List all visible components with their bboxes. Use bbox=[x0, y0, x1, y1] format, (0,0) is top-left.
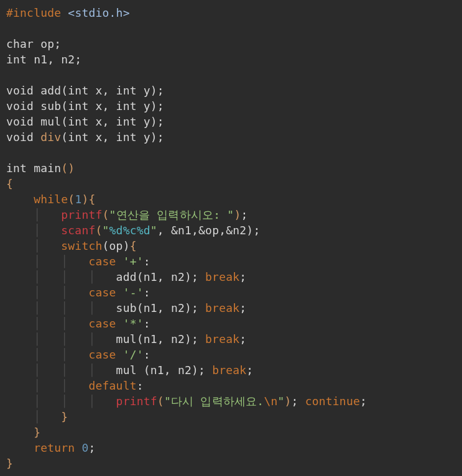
decl-int-n: int n1, n2; bbox=[6, 53, 81, 66]
scanf-q-open: " bbox=[103, 224, 109, 237]
colon-5: : bbox=[137, 379, 144, 392]
switch-arg: (op) bbox=[103, 239, 130, 252]
while-num: 1 bbox=[75, 193, 81, 206]
proto-sub: void sub(int x, int y); bbox=[6, 99, 164, 112]
colon-3: : bbox=[144, 317, 150, 330]
printf-2-nl: \n bbox=[264, 395, 277, 408]
semi-9: ; bbox=[88, 441, 95, 454]
case-plus: case bbox=[88, 255, 116, 268]
semi-4: ; bbox=[239, 301, 246, 314]
colon-1: : bbox=[144, 255, 150, 268]
scanf-fmt-c: %c bbox=[123, 224, 137, 237]
semi-5: ; bbox=[239, 332, 246, 346]
colon-4: : bbox=[144, 348, 150, 361]
while-open: ( bbox=[68, 193, 75, 206]
scanf-fmt-d2: %d bbox=[137, 224, 150, 237]
decl-char-op: char op; bbox=[6, 37, 61, 50]
printf-2-close: ) bbox=[285, 395, 292, 408]
call-add: add(n1, n2); bbox=[116, 270, 205, 283]
while-kw: while bbox=[34, 193, 68, 206]
preproc-include: #include bbox=[6, 6, 61, 19]
call-mul2: mul (n1, n2); bbox=[116, 364, 213, 377]
break-3: break bbox=[205, 332, 239, 346]
colon-2: : bbox=[144, 286, 150, 299]
while-brace-close: } bbox=[34, 426, 40, 439]
code-block: #include <stdio.h> char op; int n1, n2; … bbox=[0, 0, 462, 476]
switch-kw: switch bbox=[61, 239, 102, 252]
while-close: ) bbox=[81, 193, 88, 206]
scanf-fmt-d1: %d bbox=[109, 224, 123, 237]
return-kw: return bbox=[34, 441, 75, 454]
semi-8: ; bbox=[360, 395, 367, 408]
proto-mul: void mul(int x, int y); bbox=[6, 115, 164, 128]
case-star: case bbox=[88, 317, 116, 330]
proto-add: void add(int x, int y); bbox=[6, 84, 164, 97]
semi-2: ; bbox=[253, 224, 260, 237]
printf-1: printf bbox=[61, 208, 102, 221]
printf-1-close: ) bbox=[234, 208, 241, 221]
scanf: scanf bbox=[61, 224, 95, 237]
proto-div-name: div bbox=[40, 130, 61, 144]
switch-brace-open: { bbox=[130, 239, 137, 252]
switch-brace-close: } bbox=[61, 410, 68, 423]
break-2: break bbox=[205, 301, 239, 314]
break-4: break bbox=[212, 364, 246, 377]
scanf-open: ( bbox=[95, 224, 102, 237]
proto-div-post: (int x, int y); bbox=[61, 130, 164, 144]
call-mul: mul(n1, n2); bbox=[116, 332, 205, 346]
main-parens: () bbox=[61, 162, 75, 175]
printf-1-open: ( bbox=[103, 208, 109, 221]
break-1: break bbox=[205, 270, 239, 283]
char-slash: '/' bbox=[123, 348, 144, 361]
continue-kw: continue bbox=[305, 395, 360, 408]
char-minus: '-' bbox=[123, 286, 144, 299]
char-star: '*' bbox=[123, 317, 144, 330]
scanf-args: , &n1,&op,&n2) bbox=[157, 224, 254, 237]
semi-6: ; bbox=[246, 364, 253, 377]
proto-div-pre: void bbox=[6, 130, 40, 144]
default-kw: default bbox=[88, 379, 136, 392]
brace-main-close: } bbox=[6, 457, 13, 470]
while-brace-open: { bbox=[88, 193, 95, 206]
semi-3: ; bbox=[239, 270, 246, 283]
semi-7: ; bbox=[292, 395, 298, 408]
include-header: <stdio.h> bbox=[68, 6, 129, 19]
case-minus: case bbox=[88, 286, 116, 299]
return-val: 0 bbox=[81, 441, 88, 454]
printf-2: printf bbox=[116, 395, 157, 408]
char-plus: '+' bbox=[123, 255, 144, 268]
brace-main-open: { bbox=[6, 177, 13, 190]
printf-2-strc: " bbox=[277, 395, 284, 408]
call-sub: sub(n1, n2); bbox=[116, 301, 205, 314]
scanf-q-close: " bbox=[150, 224, 157, 237]
semi-1: ; bbox=[241, 208, 247, 221]
printf-2-open: ( bbox=[157, 395, 164, 408]
case-slash: case bbox=[88, 348, 116, 361]
printf-2-str: "다시 입력하세요. bbox=[164, 395, 264, 408]
printf-1-str: "연산을 입력하시오: " bbox=[109, 208, 234, 221]
main-sig: int main bbox=[6, 162, 61, 175]
